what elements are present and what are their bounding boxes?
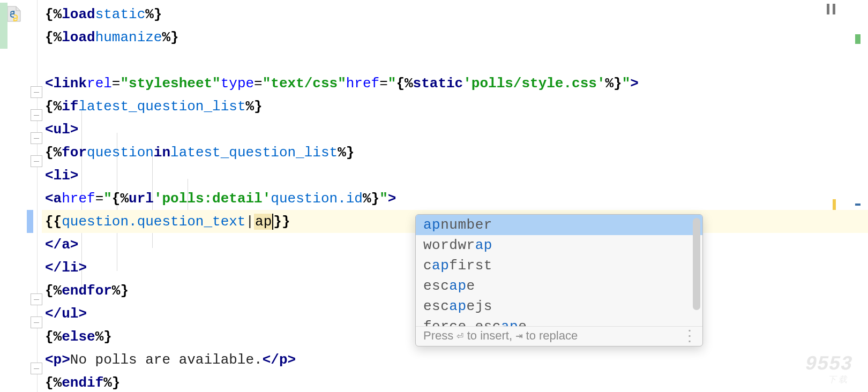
python-file-icon — [5, 5, 23, 22]
code-line[interactable]: <ul> — [42, 118, 868, 141]
code-line[interactable]: <p>No polls are available.</p> — [42, 348, 868, 371]
popup-scrollbar[interactable] — [693, 218, 700, 310]
fold-toggle[interactable] — [31, 109, 42, 121]
autocomplete-popup[interactable]: apnumber wordwrap capfirst escape escape… — [415, 214, 703, 346]
error-stripe[interactable] — [818, 0, 868, 392]
pause-icon[interactable] — [826, 3, 836, 19]
fold-toggle[interactable] — [31, 316, 42, 328]
autocomplete-item[interactable]: wordwrap — [416, 235, 702, 255]
more-options-icon[interactable]: ⋮ — [682, 333, 696, 338]
code-line[interactable]: {% load humanize %} — [42, 26, 868, 49]
code-line[interactable]: {% if latest_question_list %} — [42, 95, 868, 118]
vcs-change-marker — [0, 3, 8, 49]
autocomplete-hint: Press ⏎ to insert, ⇥ to replace ⋮ — [416, 326, 702, 346]
autocomplete-item[interactable]: escapejs — [416, 296, 702, 316]
autocomplete-item[interactable]: force_escape — [416, 316, 702, 326]
autocomplete-item[interactable]: capfirst — [416, 255, 702, 276]
code-line[interactable]: {% for question in latest_question_list … — [42, 141, 868, 164]
editor[interactable]: {% load static %} {% load humanize %} <l… — [0, 0, 868, 392]
typed-filter-text: ap — [254, 214, 273, 230]
gutter — [0, 0, 42, 392]
caret-marker[interactable] — [855, 203, 860, 206]
warning-marker[interactable] — [833, 199, 836, 210]
fold-toggle[interactable] — [31, 86, 42, 98]
code-line[interactable] — [42, 49, 868, 72]
code-line[interactable]: <a href="{% url 'polls:detail' question.… — [42, 187, 868, 210]
fold-toggle[interactable] — [31, 293, 42, 305]
autocomplete-item[interactable]: escape — [416, 276, 702, 296]
fold-toggle[interactable] — [31, 363, 42, 374]
autocomplete-item[interactable]: apnumber — [416, 215, 702, 235]
code-line[interactable]: {% load static %} — [42, 3, 868, 26]
code-line[interactable]: <link rel="stylesheet" type="text/css" h… — [42, 72, 868, 95]
watermark: 9553下载 — [801, 352, 855, 386]
fold-toggle[interactable] — [31, 155, 42, 167]
svg-rect-0 — [827, 4, 829, 14]
svg-rect-1 — [833, 4, 835, 14]
status-marker[interactable] — [855, 34, 860, 44]
autocomplete-list[interactable]: apnumber wordwrap capfirst escape escape… — [416, 215, 702, 326]
fold-toggle[interactable] — [31, 132, 42, 144]
code-line[interactable]: <li> — [42, 164, 868, 187]
code-line[interactable]: {% endif %} — [42, 371, 868, 392]
